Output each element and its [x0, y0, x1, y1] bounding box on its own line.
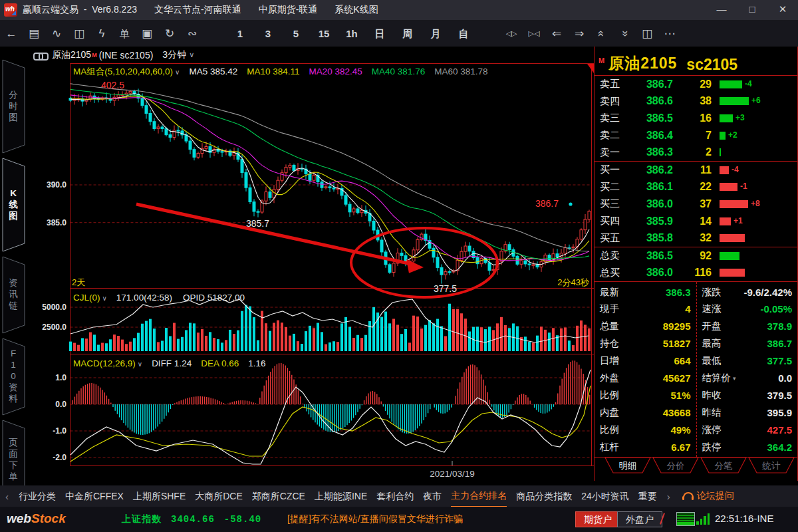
toolbar-prev-button[interactable]: ⇐ [548, 24, 565, 43]
ask-depth-bar [720, 114, 733, 122]
nav-tab-套利合约[interactable]: 套利合约 [376, 486, 414, 507]
nav-tab-商品分类指数[interactable]: 商品分类指数 [516, 486, 572, 507]
nav-tab-中金所CFFEX[interactable]: 中金所CFFEX [65, 486, 124, 507]
nav-tab-上期能源INE[interactable]: 上期能源INE [315, 486, 367, 507]
forum-link[interactable]: 论坛提问 [682, 490, 734, 502]
nav-tab-大商所DCE[interactable]: 大商所DCE [195, 486, 243, 507]
toolbar-order-ticket-button[interactable]: 单 [116, 24, 133, 43]
toolbar-refresh-button[interactable]: ↻ [161, 24, 178, 43]
sidebar-tab-资讯链[interactable]: 资讯链 [3, 257, 25, 333]
period-selector[interactable]: 3分钟 [162, 49, 186, 61]
last-price-label: 386.7 [535, 198, 559, 209]
period-button-自[interactable]: 自 [455, 24, 472, 43]
volume-indicator-header[interactable]: CJL(0)∨171.00(42:58)OPID 51827.00 [73, 293, 245, 303]
nav-tab-主力合约排名[interactable]: 主力合约排名 [451, 485, 507, 507]
chart-header: 原油2105 M (INE sc2105) 3分钟 ∨ [27, 47, 594, 63]
nav-scroll-right-icon[interactable]: › [667, 491, 670, 502]
ask-row-卖五[interactable]: 卖五386.729-4 [595, 76, 797, 93]
ask-row-总卖[interactable]: 总卖386.592 [595, 247, 797, 265]
ask-row-卖二[interactable]: 卖二386.47+2 [595, 127, 797, 144]
settlement-dropdown-icon[interactable]: ▾ [733, 375, 736, 382]
toolbar-line-chart-button[interactable]: ∿ [48, 24, 65, 43]
period-button-15[interactable]: 15 [315, 24, 332, 43]
sidebar-tab-F10资料[interactable]: F10资料 [3, 338, 25, 415]
nav-tab-夜市[interactable]: 夜市 [423, 486, 442, 507]
toolbar-next-button[interactable]: ⇒ [571, 24, 588, 43]
close-button[interactable]: ✕ [767, 0, 798, 20]
period-button-周[interactable]: 周 [399, 24, 416, 43]
svg-text:0: 0 [11, 371, 16, 381]
shanghai-index-quote[interactable]: 上证指数3404.66-58.40 [122, 513, 261, 525]
period-button-5[interactable]: 5 [287, 24, 305, 43]
contract-name[interactable]: 原油2105 [52, 49, 91, 61]
toolbar-save-button[interactable]: ▣ [138, 24, 156, 43]
quote-tab-明细[interactable]: 明细 [605, 458, 650, 473]
nav-tab-行业分类[interactable]: 行业分类 [19, 486, 56, 507]
bid-row-买四[interactable]: 买四385.914+1 [595, 213, 797, 230]
period-dropdown-icon[interactable]: ∨ [189, 51, 194, 59]
toolbar-overlay-button[interactable]: ∾ [184, 24, 201, 43]
toolbar-zoom-down-button[interactable]: « [616, 24, 633, 43]
toolbar-report-button[interactable]: ▤ [25, 24, 43, 43]
bid-row-买三[interactable]: 买三386.037+8 [595, 196, 797, 213]
stat-日增: 日增664 [595, 352, 696, 370]
toolbar-quick-order-button[interactable]: ϟ [93, 24, 110, 43]
sidebar-tab-K线图[interactable]: K线图 [3, 158, 25, 251]
macd-indicator-header[interactable]: MACD(12,26,9)∨DIFF 1.24DEA 0.661.16 [73, 358, 265, 368]
toolbar-expand-button[interactable]: ▷◁ [525, 24, 543, 43]
sidebar-tab-分时图[interactable]: 分时图 [3, 60, 25, 153]
period-button-1h[interactable]: 1h [343, 24, 360, 43]
period-button-3[interactable]: 3 [259, 24, 277, 43]
quote-tab-分价[interactable]: 分价 [653, 458, 698, 473]
futures-account-button[interactable]: 期货户 [575, 511, 620, 527]
quote-panel: M 原油2105 sc2105 卖五386.729-4卖四386.638+6卖三… [594, 47, 798, 481]
toolbar-back-button[interactable]: ← [3, 24, 20, 43]
svg-text:讯: 讯 [9, 289, 18, 299]
kline-chart-canvas[interactable]: 390.0385.05000.02500.01.00.0-1.0-2.0MA组合… [27, 63, 594, 481]
nav-tab-24小时资讯[interactable]: 24小时资讯 [581, 486, 629, 507]
bid-depth-bar [720, 217, 731, 225]
ma-indicator-header[interactable]: MA组合(5,10,20,40,60,0)∨MA5 385.42MA10 384… [73, 66, 487, 76]
maximize-button[interactable]: □ [737, 0, 767, 20]
toolbar-more-button[interactable]: ⋯ [661, 24, 678, 43]
ask-row-卖四[interactable]: 卖四386.638+6 [595, 93, 797, 110]
toolbar-zoom-up-button[interactable]: « [593, 24, 610, 43]
app-logo-icon: wh [4, 3, 17, 17]
toolbar-compress-button[interactable]: ◁▷ [503, 24, 520, 43]
stat-现手: 现手4 [595, 301, 696, 318]
bid-row-买一[interactable]: 买一386.211-4 [595, 162, 797, 179]
period-button-日[interactable]: 日 [371, 24, 388, 43]
svg-text:分: 分 [9, 90, 18, 100]
link-icon [33, 52, 48, 59]
toolbar-candlestick-button[interactable]: ◫ [70, 24, 88, 43]
nav-tab-上期所SHFE[interactable]: 上期所SHFE [133, 486, 186, 507]
quote-tab-统计[interactable]: 统计 [749, 458, 794, 473]
toolbar-layout-button[interactable]: ◫ [638, 24, 656, 43]
bid-row-买二[interactable]: 买二386.122-1 [595, 179, 797, 196]
quote-contract-name[interactable]: 原油2105 [608, 53, 677, 74]
swing-low-label: 385.7 [246, 218, 269, 229]
period-button-1[interactable]: 1 [231, 24, 249, 43]
axis-label: -1.0 [53, 426, 66, 436]
visible-range-label: 2天 [72, 277, 85, 287]
app-title: 赢顺云端交易 - Ver6.8.223 [23, 4, 137, 16]
bid-row-买五[interactable]: 买五385.832 [595, 229, 797, 247]
nav-tab-郑商所CZCE[interactable]: 郑商所CZCE [252, 486, 305, 507]
nav-tab-重要[interactable]: 重要 [638, 486, 657, 507]
left-sidebar: 分时图K线图资讯链F10资料页面下单 [0, 47, 27, 488]
quote-tab-分笔[interactable]: 分笔 [701, 458, 746, 473]
minimize-button[interactable]: — [706, 0, 737, 20]
sidebar-tab-页面下单[interactable]: 页面下单 [3, 420, 25, 485]
axis-label: 2500.0 [42, 323, 66, 332]
ask-row-卖三[interactable]: 卖三386.516+3 [595, 110, 797, 127]
foreign-account-button[interactable]: 外盘户 [617, 511, 662, 527]
scam-warning-notice: [提醒]有不法网站/直播间假冒文华进行诈骗 [287, 513, 463, 525]
svg-text:资: 资 [9, 382, 18, 392]
keyboard-wizard-icon[interactable] [676, 512, 695, 526]
ask-row-卖一[interactable]: 卖一386.32 [595, 144, 797, 161]
nav-scroll-left-icon[interactable]: ‹ [5, 491, 9, 502]
stat-比例: 比例51% [595, 386, 696, 404]
period-button-月[interactable]: 月 [427, 24, 444, 43]
svg-text:明细: 明细 [619, 461, 637, 471]
bid-row-总买[interactable]: 总买386.0116 [595, 265, 797, 282]
